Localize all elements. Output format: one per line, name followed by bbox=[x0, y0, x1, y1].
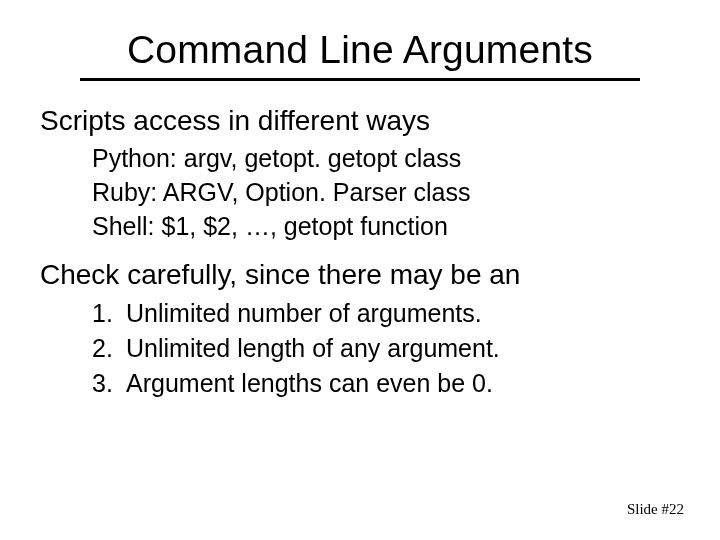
access-ways-list: Python: argv, getopt. getopt class Ruby:… bbox=[92, 142, 680, 243]
list-item: Python: argv, getopt. getopt class bbox=[92, 142, 680, 176]
title-divider bbox=[80, 78, 640, 81]
section-heading-1: Scripts access in different ways bbox=[40, 103, 680, 138]
list-item: 3. Argument lengths can even be 0. bbox=[92, 366, 680, 401]
slide-title: Command Line Arguments bbox=[40, 28, 680, 72]
list-number: 3. bbox=[92, 366, 126, 401]
list-text: Unlimited number of arguments. bbox=[126, 296, 482, 331]
list-item: 1. Unlimited number of arguments. bbox=[92, 296, 680, 331]
slide: Command Line Arguments Scripts access in… bbox=[0, 0, 720, 540]
slide-number: Slide #22 bbox=[627, 501, 684, 518]
list-item: 2. Unlimited length of any argument. bbox=[92, 331, 680, 366]
checks-list: 1. Unlimited number of arguments. 2. Unl… bbox=[92, 296, 680, 401]
list-text: Unlimited length of any argument. bbox=[126, 331, 500, 366]
section-heading-2: Check carefully, since there may be an bbox=[40, 257, 680, 292]
list-text: Argument lengths can even be 0. bbox=[126, 366, 493, 401]
list-item: Shell: $1, $2, …, getopt function bbox=[92, 210, 680, 244]
list-item: Ruby: ARGV, Option. Parser class bbox=[92, 176, 680, 210]
list-number: 2. bbox=[92, 331, 126, 366]
list-number: 1. bbox=[92, 296, 126, 331]
